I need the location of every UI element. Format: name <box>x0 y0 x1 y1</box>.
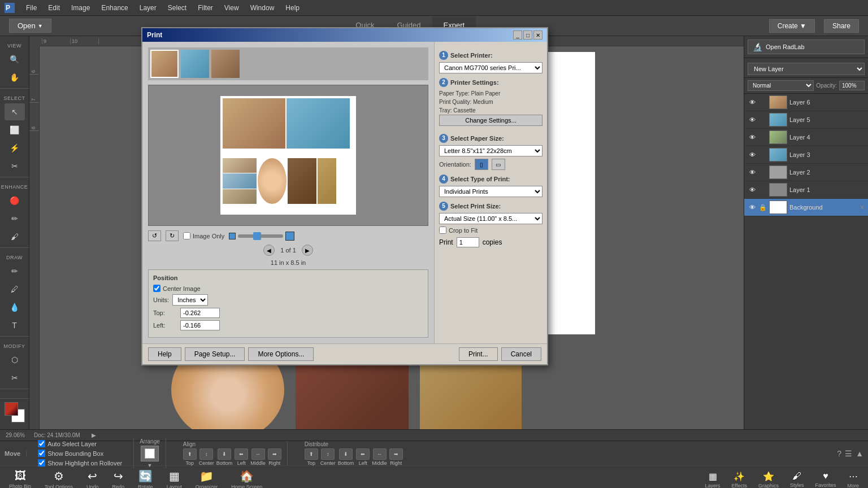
help-icon[interactable]: ? <box>837 449 841 458</box>
menu-image[interactable]: Image <box>66 2 96 14</box>
zoom-tool[interactable]: 🔍 <box>5 51 25 68</box>
menu-edit[interactable]: Edit <box>42 2 66 14</box>
align-middle-btn[interactable]: ↔ <box>251 448 265 460</box>
auto-select-checkbox[interactable] <box>38 440 45 447</box>
layer-row-bg[interactable]: 👁 🔒 Background ✕ <box>744 199 868 216</box>
zoom-slider[interactable] <box>238 234 283 238</box>
bounding-box-checkbox[interactable] <box>38 450 45 457</box>
eye-icon-2[interactable]: 👁 <box>748 168 757 177</box>
change-settings-btn[interactable]: Change Settings... <box>439 115 542 126</box>
print-count-input[interactable] <box>457 237 479 247</box>
rotate-left-btn[interactable]: ↺ <box>148 230 161 241</box>
bounding-box-checkbox-label[interactable]: Show Bounding Box <box>38 450 122 457</box>
print-size-select[interactable]: Actual Size (11.00" x 8.5... <box>439 213 542 224</box>
landscape-btn[interactable]: ▭ <box>492 159 505 170</box>
hand-tool[interactable]: ✋ <box>5 69 25 86</box>
menu-window[interactable]: Window <box>245 2 280 14</box>
red-eye-tool[interactable]: 🔴 <box>5 192 25 209</box>
color-swatch[interactable] <box>5 402 25 422</box>
organizer-icon-btn[interactable]: 📁 Organizer <box>191 468 223 488</box>
menu-layer[interactable]: Layer <box>134 2 162 14</box>
clone-tool[interactable]: 💧 <box>5 299 25 316</box>
layer-row-1[interactable]: 👁 Layer 1 <box>744 181 868 199</box>
align-center-btn[interactable]: ↕ <box>199 448 213 460</box>
effects-icon-btn[interactable]: ✨ Effects <box>727 470 752 489</box>
paper-size-select[interactable]: Letter 8.5"x11" 22x28cm <box>439 145 542 156</box>
menu-select[interactable]: Select <box>162 2 192 14</box>
styles-icon-btn[interactable]: 🖌 Styles <box>785 470 809 488</box>
share-button[interactable]: Share <box>824 19 859 33</box>
print-type-select[interactable]: Individual Prints <box>439 186 542 197</box>
open-button[interactable]: Open ▼ <box>9 19 51 33</box>
text-tool[interactable]: T <box>5 317 25 334</box>
menu-enhance[interactable]: Enhance <box>96 2 133 14</box>
eye-icon-1[interactable]: 👁 <box>748 185 757 194</box>
crop-tool[interactable]: ⬡ <box>5 351 25 368</box>
units-select[interactable]: Inches <box>172 294 208 306</box>
eye-icon-4[interactable]: 👁 <box>748 133 757 142</box>
redo-icon-btn[interactable]: ↪ Redo <box>108 468 129 488</box>
home-screen-icon-btn[interactable]: 🏠 Home Screen <box>227 468 267 488</box>
layout-icon-btn[interactable]: ▦ Layout <box>162 468 186 488</box>
printer-select[interactable]: Canon MG7700 series Pri... <box>439 62 542 73</box>
menu-help[interactable]: Help <box>280 2 305 14</box>
layers-icon-btn[interactable]: ▦ Layers <box>701 470 725 489</box>
dist-left-btn[interactable]: ⬅ <box>356 448 370 460</box>
dist-center-btn[interactable]: ↕ <box>321 448 335 460</box>
photo-bin-icon-btn[interactable]: 🖼 Photo Bin <box>5 468 36 488</box>
move-tool[interactable]: ↖ <box>5 103 25 120</box>
brush-tool[interactable]: ✏ <box>5 210 25 227</box>
menu-filter[interactable]: Filter <box>192 2 219 14</box>
left-pos-input[interactable] <box>180 320 220 330</box>
layer-row-5[interactable]: 👁 Layer 5 <box>744 111 868 129</box>
new-layer-select[interactable]: New Layer <box>748 63 865 75</box>
align-top-btn[interactable]: ⬆ <box>183 448 197 460</box>
image-only-checkbox[interactable] <box>183 232 190 239</box>
dialog-maximize-btn[interactable]: □ <box>523 30 532 40</box>
dialog-close-btn[interactable]: ✕ <box>533 30 542 40</box>
top-pos-input[interactable] <box>180 308 220 318</box>
opacity-input[interactable] <box>839 81 865 90</box>
layer-row-3[interactable]: 👁 Layer 3 <box>744 146 868 164</box>
layer-row-2[interactable]: 👁 Layer 2 <box>744 164 868 181</box>
menu-file[interactable]: File <box>20 2 42 14</box>
dist-bottom-btn[interactable]: ⬇ <box>339 448 353 460</box>
expand-icon[interactable]: ▲ <box>856 449 863 458</box>
rotate-icon-btn[interactable]: 🔄 Rotate <box>133 468 158 488</box>
marquee-tool[interactable]: ⬜ <box>5 121 25 138</box>
more-options-btn[interactable]: More Options... <box>248 347 314 361</box>
align-bottom-btn[interactable]: ⬇ <box>218 448 231 460</box>
dist-top-btn[interactable]: ⬆ <box>305 448 318 460</box>
help-btn[interactable]: Help <box>148 347 181 361</box>
more-icon-btn[interactable]: ⋯ More <box>843 470 863 489</box>
prev-page-btn[interactable]: ◀ <box>263 245 275 256</box>
paint-bucket-tool[interactable]: 🖌 <box>5 228 25 245</box>
dist-middle-btn[interactable]: ↔ <box>373 448 387 460</box>
layer-delete-icon[interactable]: ✕ <box>860 204 865 211</box>
menu-view[interactable]: View <box>219 2 245 14</box>
rotate-right-btn[interactable]: ↻ <box>166 230 179 241</box>
layer-row-4[interactable]: 👁 Layer 4 <box>744 129 868 146</box>
highlight-rollover-checkbox[interactable] <box>38 459 45 467</box>
dist-right-btn[interactable]: ➡ <box>389 448 403 460</box>
eye-icon-bg[interactable]: 👁 <box>748 203 757 212</box>
page-setup-btn[interactable]: Page Setup... <box>185 347 245 361</box>
undo-icon-btn[interactable]: ↩ Undo <box>82 468 103 488</box>
center-image-label[interactable]: Center Image <box>153 285 201 292</box>
eraser-tool[interactable]: 🖊 <box>5 281 25 298</box>
tool-options-icon-btn[interactable]: ⚙ Tool Options <box>40 468 77 488</box>
next-page-btn[interactable]: ▶ <box>302 245 313 256</box>
dialog-minimize-btn[interactable]: _ <box>513 30 522 40</box>
align-left-btn[interactable]: ⬅ <box>235 448 248 460</box>
favorites-icon-btn[interactable]: ♥ Favorites <box>810 470 840 488</box>
align-right-btn[interactable]: ➡ <box>268 448 281 460</box>
center-image-checkbox[interactable] <box>153 285 160 292</box>
pencil-tool[interactable]: ✏ <box>5 263 25 280</box>
crop-to-fit-checkbox[interactable] <box>439 226 446 234</box>
print-btn[interactable]: Print... <box>459 347 498 361</box>
layer-row-6[interactable]: 👁 Layer 6 <box>744 94 868 111</box>
portrait-btn[interactable]: ▯ <box>475 159 488 170</box>
create-button[interactable]: Create ▼ <box>769 19 815 33</box>
transform-tool[interactable]: ✂ <box>5 369 25 386</box>
lasso-tool[interactable]: ⚡ <box>5 140 25 156</box>
